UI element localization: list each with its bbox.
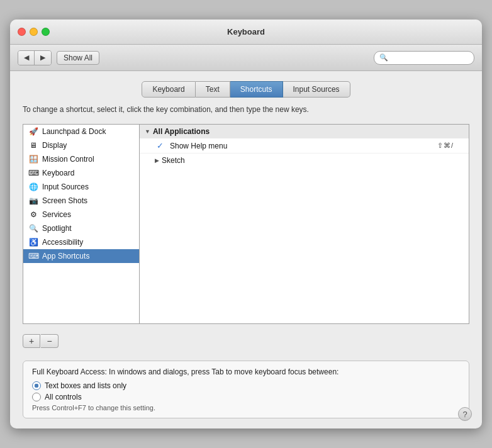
sidebar: 🚀 Launchpad & Dock 🖥 Display 🪟 Mission C…: [23, 124, 139, 324]
radio-all-controls[interactable]: All controls: [32, 393, 460, 401]
sidebar-item-label: Display: [42, 141, 67, 150]
show-all-button[interactable]: Show All: [57, 51, 99, 65]
sidebar-item-label: Accessibility: [42, 238, 83, 247]
window-title: Keyboard: [227, 27, 265, 36]
sidebar-item-spotlight[interactable]: 🔍 Spotlight: [23, 221, 139, 235]
sidebar-item-label: Mission Control: [42, 155, 94, 164]
radio-all-controls-label: All controls: [45, 393, 82, 401]
shortcut-name: Show Help menu: [170, 142, 437, 150]
search-icon: 🔍: [379, 53, 388, 62]
services-icon: ⚙: [28, 210, 38, 220]
tab-keyboard[interactable]: Keyboard: [142, 81, 195, 98]
sidebar-item-keyboard[interactable]: ⌨ Keyboard: [23, 166, 139, 180]
sidebar-item-screen-shots[interactable]: 📷 Screen Shots: [23, 194, 139, 208]
shortcut-row-show-help[interactable]: ✓ Show Help menu ⇧⌘/: [140, 138, 469, 154]
group-label: All Applications: [153, 127, 210, 136]
sidebar-item-label: Keyboard: [42, 169, 74, 177]
content-area: Keyboard Text Shortcuts Input Sources To…: [10, 71, 482, 428]
sidebar-item-display[interactable]: 🖥 Display: [23, 138, 139, 152]
radio-text-boxes[interactable]: Text boxes and lists only: [32, 381, 460, 390]
titlebar: Keyboard: [10, 20, 482, 45]
instruction-text: To change a shortcut, select it, click t…: [23, 105, 469, 114]
spotlight-icon: 🔍: [28, 223, 38, 233]
sidebar-item-app-shortcuts[interactable]: ⌨ App Shortcuts: [23, 249, 139, 263]
sidebar-item-input-sources[interactable]: 🌐 Input Sources: [23, 180, 139, 194]
display-icon: 🖥: [28, 140, 38, 150]
tab-input-sources[interactable]: Input Sources: [283, 81, 350, 98]
close-button[interactable]: [18, 28, 26, 36]
hint-text: Press Control+F7 to change this setting.: [32, 404, 460, 412]
search-input[interactable]: [391, 53, 469, 62]
minimize-button[interactable]: [30, 28, 38, 36]
sidebar-item-label: Spotlight: [42, 224, 72, 233]
shortcut-row-sketch[interactable]: ▶ Sketch: [140, 154, 469, 167]
launchpad-icon: 🚀: [28, 126, 38, 137]
forward-button[interactable]: ▶: [35, 51, 51, 65]
triangle-icon: ▶: [155, 157, 159, 164]
maximize-button[interactable]: [42, 28, 50, 36]
accessibility-icon: ♿: [28, 237, 38, 247]
shortcut-panel: ▼ All Applications ✓ Show Help menu ⇧⌘/ …: [139, 124, 469, 324]
keyboard-access-title: Full Keyboard Access: In windows and dia…: [32, 367, 460, 376]
back-button[interactable]: ◀: [18, 51, 35, 65]
help-button[interactable]: ?: [458, 407, 472, 421]
sidebar-item-services[interactable]: ⚙ Services: [23, 208, 139, 221]
sidebar-item-label: Launchpad & Dock: [42, 127, 106, 136]
tab-shortcuts[interactable]: Shortcuts: [230, 81, 283, 98]
main-panel: 🚀 Launchpad & Dock 🖥 Display 🪟 Mission C…: [23, 124, 469, 324]
sidebar-item-mission-control[interactable]: 🪟 Mission Control: [23, 152, 139, 166]
radio-text-boxes-label: Text boxes and lists only: [45, 381, 126, 390]
shortcut-group-all-applications[interactable]: ▼ All Applications: [140, 125, 469, 138]
keyboard-icon: ⌨: [28, 168, 38, 178]
tab-bar: Keyboard Text Shortcuts Input Sources: [23, 81, 469, 98]
screen-shots-icon: 📷: [28, 196, 38, 206]
traffic-lights: [18, 28, 50, 36]
sketch-label: Sketch: [162, 156, 185, 165]
sidebar-item-accessibility[interactable]: ♿ Accessibility: [23, 235, 139, 249]
radio-text-boxes-indicator: [32, 381, 41, 390]
mission-control-icon: 🪟: [28, 154, 38, 164]
sidebar-item-label: App Shortcuts: [42, 252, 89, 260]
search-box: 🔍: [374, 51, 474, 65]
sidebar-item-label: Screen Shots: [42, 196, 87, 205]
sidebar-item-launchpad[interactable]: 🚀 Launchpad & Dock: [23, 125, 139, 138]
input-sources-icon: 🌐: [28, 182, 38, 192]
keyboard-access-panel: Full Keyboard Access: In windows and dia…: [23, 361, 469, 418]
add-shortcut-button[interactable]: +: [23, 334, 40, 348]
toolbar: ◀ ▶ Show All 🔍: [10, 45, 482, 71]
sidebar-item-label: Input Sources: [42, 182, 89, 191]
triangle-icon: ▼: [145, 128, 150, 135]
check-icon: ✓: [155, 141, 165, 151]
shortcut-keys: ⇧⌘/: [437, 142, 454, 150]
tab-text[interactable]: Text: [196, 81, 230, 98]
app-shortcuts-icon: ⌨: [28, 251, 38, 261]
radio-all-controls-indicator: [32, 393, 41, 401]
remove-shortcut-button[interactable]: −: [41, 334, 59, 348]
nav-buttons: ◀ ▶: [18, 50, 52, 65]
sidebar-item-label: Services: [42, 210, 71, 219]
add-remove-buttons: + −: [23, 334, 469, 348]
